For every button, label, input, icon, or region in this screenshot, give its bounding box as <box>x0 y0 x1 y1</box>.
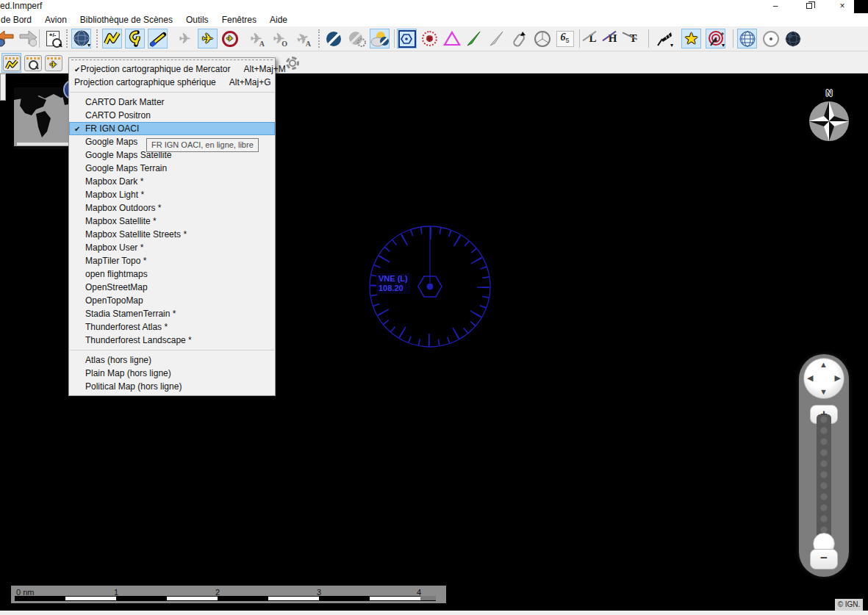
minimize-button[interactable]: – <box>764 0 786 12</box>
restore-button[interactable] <box>798 0 820 12</box>
menu-bar: de Bord Avion Bibliothèque de Scènes Out… <box>0 13 868 26</box>
menu-item-mapbox-satellite[interactable]: Mapbox Satellite * <box>69 215 275 228</box>
menu-item-opentopomap[interactable]: OpenTopoMap <box>69 294 275 307</box>
menu-item-mapbox-user[interactable]: Mapbox User * <box>69 241 275 254</box>
navaid-display-icon[interactable] <box>397 29 417 48</box>
flat-disc-icon[interactable] <box>761 29 781 48</box>
menu-item-political-map-hors-ligne[interactable]: Political Map (hors ligne) <box>69 380 275 393</box>
menu-item-thunderforest-landscape[interactable]: Thunderforest Landscape * <box>69 334 275 347</box>
close-button[interactable]: × <box>831 0 853 12</box>
zoom-out-button[interactable]: − <box>810 549 838 569</box>
pan-left-icon[interactable]: ◀ <box>807 374 813 382</box>
scale-segment <box>370 596 420 601</box>
pan-pad[interactable]: ▲ ▼ ◀ ▶ <box>803 358 844 399</box>
green-needle-icon[interactable] <box>464 29 484 48</box>
windsock-icon[interactable]: ▾ <box>654 29 674 48</box>
scale-segment <box>218 596 268 601</box>
menu-item-open-flightmaps[interactable]: open flightmaps <box>69 267 275 281</box>
menu-item-projection-spherique[interactable]: Projection cartographique sphérique Alt+… <box>69 76 275 89</box>
menu-item-mapbox-light[interactable]: Mapbox Light * <box>69 188 275 201</box>
pan-down-icon[interactable]: ▼ <box>819 388 828 396</box>
pin-obstacle-icon[interactable] <box>509 29 529 48</box>
menu-item-openstreetmap[interactable]: OpenStreetMap <box>69 281 275 294</box>
north-label: N <box>807 88 851 98</box>
route-icon[interactable] <box>102 29 122 48</box>
toolbar-separator <box>96 29 98 48</box>
gray-needle-icon[interactable] <box>487 29 506 48</box>
aircraft-icon[interactable]: ✈ <box>175 29 195 48</box>
menu-de-bord[interactable]: de Bord <box>0 13 38 26</box>
aircraft-o-icon[interactable]: ✈O <box>269 29 289 48</box>
lasso-icon[interactable] <box>125 29 145 48</box>
dropdown-arrow-icon: ▾ <box>59 42 62 48</box>
dock-edge <box>0 73 6 101</box>
menu-tearoff-handle[interactable] <box>71 60 273 62</box>
menu-item-plain-map-hors-ligne[interactable]: Plain Map (hors ligne) <box>69 367 275 380</box>
overview-minimap[interactable] <box>11 81 74 154</box>
menu-item-atlas-hors-ligne[interactable]: Atlas (hors ligne) <box>69 353 275 367</box>
draw-line-icon[interactable] <box>148 29 168 48</box>
dropdown-arrow-icon: ▾ <box>670 42 673 48</box>
main-toolbar: +/- ▾ ▾ ✈ ✈ ✈ ✈A ✈O ✈A <box>0 26 868 51</box>
menu-item-mapbox-outdoors[interactable]: Mapbox Outdoors * <box>69 201 275 215</box>
pan-right-icon[interactable]: ▶ <box>835 374 841 382</box>
menu-fenetres[interactable]: Fenêtres <box>215 13 263 26</box>
scale-segment <box>65 596 116 601</box>
shortcut-label: Alt+Maj+M <box>244 64 286 74</box>
dropdown-arrow-icon: ▾ <box>87 42 90 48</box>
aircraft-active-icon[interactable]: ✈ <box>198 29 218 48</box>
menu-aide[interactable]: Aide <box>263 13 294 26</box>
check-icon: ✔ <box>74 65 80 73</box>
menu-item-mapbox-satellite-streets[interactable]: Mapbox Satellite Streets * <box>69 228 275 241</box>
menu-bibliotheque-de-scenes[interactable]: Bibliothèque de Scènes <box>73 13 179 26</box>
label-l-icon[interactable]: L <box>583 29 603 48</box>
toolbar-separator <box>318 29 320 48</box>
triangle-waypoint-icon[interactable] <box>442 29 462 48</box>
sector-clock-icon[interactable] <box>532 29 552 48</box>
vor-ident: VNE (L) <box>379 274 408 284</box>
label-h-icon[interactable]: H <box>603 29 623 48</box>
favorites-star-icon[interactable]: ★ <box>681 29 701 48</box>
menu-item-mapbox-dark[interactable]: Mapbox Dark * <box>69 175 275 188</box>
menu-outils[interactable]: Outils <box>179 13 215 26</box>
dotted-zone-icon[interactable] <box>420 29 440 48</box>
wireframe-globe-icon[interactable] <box>737 29 757 48</box>
window-bottom-edge <box>0 611 868 615</box>
menu-item-google-maps-terrain[interactable]: Google Maps Terrain <box>69 162 275 175</box>
menu-item-thunderforest-atlas[interactable]: Thunderforest Atlas * <box>69 320 275 334</box>
scale-segment <box>15 596 65 601</box>
scale-segment <box>420 596 436 601</box>
aircraft-window-icon[interactable]: ✈ <box>43 53 63 73</box>
magnifier-icon <box>28 60 38 70</box>
toolbar-separator <box>579 29 580 48</box>
zoom-document-icon[interactable]: +/- ▾ <box>43 29 62 48</box>
globe-layers-icon[interactable]: ▾ <box>71 29 91 48</box>
scale-segment <box>167 596 218 601</box>
menu-item-stadia-stamenterrain[interactable]: Stadia StamenTerrain * <box>69 307 275 320</box>
aircraft-a-icon[interactable]: ✈A <box>246 29 266 48</box>
label-t-icon[interactable]: T <box>623 29 643 48</box>
route-window-icon[interactable] <box>1 53 21 73</box>
menu-item-maptiler-topo[interactable]: MapTiler Topo * <box>69 254 275 267</box>
toolbar-separator <box>733 29 734 48</box>
altitude-label-icon[interactable]: 65 <box>555 29 575 48</box>
nav-back-icon[interactable] <box>0 29 15 48</box>
disable-gray-gear-icon[interactable] <box>347 29 367 48</box>
dark-globe-icon[interactable] <box>783 29 803 48</box>
aircraft-a2-icon[interactable]: ✈A <box>293 29 312 48</box>
no-fly-icon[interactable]: ✈ <box>220 29 240 48</box>
search-window-icon[interactable] <box>23 53 43 73</box>
menu-item-fr-ign-oaci[interactable]: ✔ FR IGN OACI <box>69 122 275 135</box>
menu-separator <box>70 92 274 93</box>
menu-item-carto-positron[interactable]: CARTO Positron <box>69 109 275 122</box>
disable-blue-icon[interactable] <box>323 29 343 48</box>
weather-icon[interactable] <box>370 29 390 48</box>
toolbar-separator <box>648 29 649 48</box>
menu-item-carto-dark-matter[interactable]: CARTO Dark Matter <box>69 96 275 109</box>
menu-avion[interactable]: Avion <box>38 13 73 26</box>
target-goto-icon[interactable]: ▾ <box>706 29 725 48</box>
nav-forward-icon[interactable] <box>18 29 37 48</box>
menu-item-projection-mercator[interactable]: ✔ Projection cartographique de Mercator … <box>69 62 275 76</box>
scale-segment <box>116 596 167 601</box>
pan-up-icon[interactable]: ▲ <box>819 361 828 369</box>
